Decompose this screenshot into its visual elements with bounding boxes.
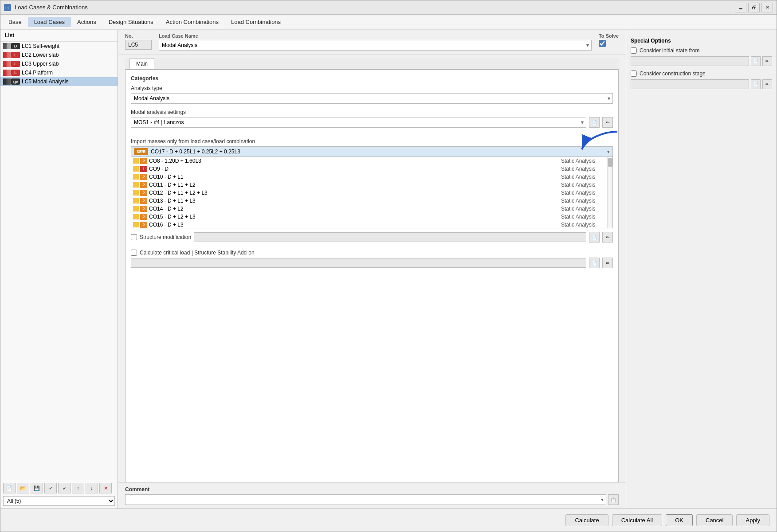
bottom-bar: Calculate Calculate All OK Cancel Apply [0, 509, 777, 532]
save-btn[interactable]: 💾 [31, 483, 43, 493]
consider-construction-input-row: 📄 ✏ [631, 79, 772, 89]
calculate-button[interactable]: Calculate [565, 514, 608, 526]
delete-btn[interactable]: ✕ [99, 483, 112, 493]
app-icon: LC [4, 4, 11, 11]
menu-load-combinations[interactable]: Load Combinations [225, 17, 287, 27]
analysis-type-select[interactable]: Modal Analysis Static Analysis Spectral … [131, 93, 613, 104]
calculate-all-button[interactable]: Calculate All [612, 514, 663, 526]
consider-initial-btn1[interactable]: 📄 [751, 56, 761, 66]
dropdown-items-area: 2 CO8 - 1.20D + 1.60L3 Static Analysis 1… [131, 157, 607, 228]
modal-settings-select[interactable]: MOS1 - #4 | Lanczos [131, 117, 586, 128]
import-dropdown-container: SE/E CO17 - D + 0.25L1 + 0.25L2 + 0.25L3… [131, 146, 613, 228]
lc-item-2[interactable]: L LC2 Lower slab [0, 51, 118, 59]
restore-button[interactable]: 🗗 [748, 3, 760, 12]
svg-text:LC: LC [5, 6, 10, 10]
menu-base[interactable]: Base [2, 17, 28, 27]
lc1-name: LC1 Self-weight [22, 43, 59, 49]
consider-construction-btn1[interactable]: 📄 [751, 79, 761, 89]
calc-critical-checkbox[interactable] [131, 250, 137, 256]
fields-row: No. Load Case Name Modal Analysis To Sol… [118, 30, 626, 55]
consider-initial-btn2[interactable]: ✏ [762, 56, 772, 66]
structure-mod-checkbox[interactable] [131, 234, 137, 240]
close-button[interactable]: ✕ [761, 3, 773, 12]
structure-mod-input[interactable] [194, 232, 586, 242]
left-panel: List D LC1 Self-weight [0, 30, 118, 509]
main-panel: No. Load Case Name Modal Analysis To Sol… [118, 30, 626, 509]
lc-item-5[interactable]: Qe LC5 Modal Analysis [0, 77, 118, 86]
modal-select-wrap: MOS1 - #4 | Lanczos [131, 117, 586, 128]
tab-main[interactable]: Main [130, 58, 154, 69]
comment-select-wrap [125, 494, 606, 505]
calc-critical-btn1[interactable]: 📄 [589, 258, 600, 268]
check-btn[interactable]: ✓ [44, 483, 57, 493]
lc-name-field-group: Load Case Name Modal Analysis [159, 33, 592, 51]
menu-design-situations[interactable]: Design Situations [102, 17, 160, 27]
lc-name-select[interactable]: Modal Analysis [159, 40, 592, 51]
dropdown-item-co9[interactable]: 1 CO9 - D Static Analysis [131, 165, 607, 173]
modal-settings-edit-btn[interactable]: ✏ [602, 117, 613, 128]
arrow-up-btn[interactable]: ↑ [72, 483, 84, 493]
lc-item-3[interactable]: L LC3 Upper slab [0, 59, 118, 68]
dropdown-item-co11[interactable]: 2 CO11 - D + L1 + L2 Static Analysis [131, 181, 607, 189]
menu-actions[interactable]: Actions [71, 17, 102, 27]
tab-bar: Main [125, 58, 619, 70]
dropdown-item-co8[interactable]: 2 CO8 - 1.20D + 1.60L3 Static Analysis [131, 157, 607, 165]
co15-type: Static Analysis [561, 214, 605, 220]
co11-type: Static Analysis [561, 182, 605, 188]
lc-item-4[interactable]: L LC4 Platform [0, 68, 118, 77]
calc-critical-row: Calculate critical load | Structure Stab… [131, 250, 613, 256]
analysis-type-label: Analysis type [131, 85, 613, 91]
consider-construction-btn2[interactable]: ✏ [762, 79, 772, 89]
structure-mod-btn1[interactable]: 📄 [589, 232, 600, 243]
dropdown-item-co13[interactable]: 2 CO13 - D + L1 + L3 Static Analysis [131, 197, 607, 205]
comment-copy-btn[interactable]: 📋 [608, 494, 619, 505]
structure-mod-btn2[interactable]: ✏ [602, 232, 613, 243]
no-input[interactable] [125, 40, 152, 50]
lc4-name: LC4 Platform [22, 70, 53, 76]
consider-construction-checkbox[interactable] [631, 70, 637, 77]
co8-name: CO8 - 1.20D + 1.60L3 [149, 158, 561, 164]
menu-action-combinations[interactable]: Action Combinations [160, 17, 225, 27]
comment-label: Comment [125, 486, 619, 493]
to-solve-checkbox[interactable] [599, 40, 606, 47]
co9-badge: 1 [140, 166, 147, 172]
apply-button[interactable]: Apply [736, 514, 769, 526]
load-case-list: D LC1 Self-weight L LC2 Lower slab [0, 42, 118, 480]
consider-initial-checkbox[interactable] [631, 47, 637, 54]
lc2-badge: L [11, 52, 20, 58]
import-dropdown-header[interactable]: SE/E CO17 - D + 0.25L1 + 0.25L2 + 0.25L3… [131, 147, 612, 157]
modal-settings-new-btn[interactable]: 📄 [589, 117, 600, 128]
categories-label: Categories [131, 75, 613, 82]
co9-name: CO9 - D [149, 166, 561, 172]
dropdown-item-co15[interactable]: 2 CO15 - D + L2 + L3 Static Analysis [131, 213, 607, 221]
consider-initial-input[interactable] [631, 56, 749, 66]
no-field-group: No. [125, 33, 152, 51]
lc5-badge: Qe [11, 78, 20, 85]
lc-item-1[interactable]: D LC1 Self-weight [0, 42, 118, 51]
special-options: Special Options Consider initial state f… [631, 38, 772, 89]
minimize-button[interactable]: 🗕 [735, 3, 746, 12]
dropdown-item-co14[interactable]: 2 CO14 - D + L2 Static Analysis [131, 205, 607, 213]
lc2-name: LC2 Lower slab [22, 52, 59, 58]
arrow-down-btn[interactable]: ↓ [86, 483, 98, 493]
comment-select[interactable] [125, 494, 606, 505]
ok-button[interactable]: OK [666, 514, 693, 526]
new-btn[interactable]: 📄 [3, 483, 16, 493]
dropdown-item-co12[interactable]: 2 CO12 - D + L1 + L2 + L3 Static Analysi… [131, 189, 607, 197]
calc-critical-btn2[interactable]: ✏ [602, 258, 613, 268]
dropdown-item-co10[interactable]: 2 CO10 - D + L1 Static Analysis [131, 173, 607, 181]
open-btn[interactable]: 📂 [17, 483, 29, 493]
cancel-button[interactable]: Cancel [696, 514, 733, 526]
consider-construction-input[interactable] [631, 79, 749, 89]
window-title: Load Cases & Combinations [15, 4, 735, 11]
menu-load-cases[interactable]: Load Cases [28, 17, 71, 27]
check2-btn[interactable]: ✓ [58, 483, 71, 493]
window-controls: 🗕 🗗 ✕ [735, 3, 773, 12]
calc-critical-input[interactable] [131, 258, 586, 268]
structure-mod-label: Structure modification [140, 234, 191, 240]
dropdown-item-co16[interactable]: 2 CO16 - D + L3 Static Analysis [131, 221, 607, 228]
lc1-badge: D [11, 43, 20, 49]
filter-select[interactable]: All (5) [3, 496, 115, 506]
co16-type: Static Analysis [561, 222, 605, 228]
main-window: LC Load Cases & Combinations 🗕 🗗 ✕ Base … [0, 0, 777, 532]
